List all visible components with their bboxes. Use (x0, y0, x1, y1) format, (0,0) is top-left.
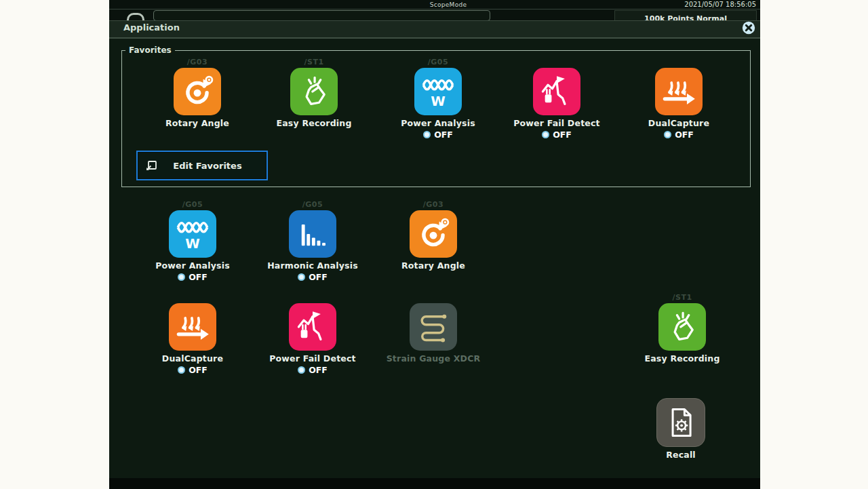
app-status: OFF (499, 130, 614, 140)
dualcapture-icon (169, 303, 216, 351)
option-tag (621, 58, 736, 67)
app-label: Power Fail Detect (499, 118, 614, 128)
status-text: OFF (553, 130, 572, 140)
app-tile-power-analysis[interactable]: /G05 W Power Analysis OFF (135, 200, 250, 282)
option-tag: /G05 (135, 200, 250, 210)
status-text: OFF (189, 272, 208, 282)
option-tag (376, 293, 491, 302)
status-text: OFF (675, 130, 694, 140)
recall-icon (656, 398, 705, 447)
app-tile-harmonic-analysis[interactable]: /G05 Harmonic Analysis OFF (255, 200, 370, 282)
app-tile-rotary-angle[interactable]: /G03 Rotary Angle (376, 200, 491, 271)
option-tag: /ST1 (256, 58, 372, 67)
option-tag: /ST1 (625, 293, 740, 302)
app-tile-easy-recording[interactable]: /ST1 Easy Recording (256, 58, 372, 128)
option-tag (499, 58, 614, 67)
status-dot-icon (178, 366, 185, 374)
svg-text:W: W (185, 236, 200, 252)
app-status: OFF (380, 130, 496, 140)
status-dot-icon (178, 273, 185, 281)
app-label: Power Fail Detect (255, 353, 370, 364)
app-label: DualCapture (135, 353, 250, 364)
svg-text:W: W (431, 94, 446, 109)
option-tag (135, 293, 250, 302)
app-label: DualCapture (621, 118, 736, 128)
app-tile-recall[interactable]: Recall (623, 388, 738, 460)
edit-favorites-icon (144, 159, 158, 172)
dialog-title: Application (123, 22, 180, 33)
dialog-titlebar (109, 20, 760, 37)
status-dot-icon (542, 131, 549, 138)
app-tile-dualcapture[interactable]: DualCapture OFF (621, 58, 736, 140)
dialog-bottom-edge (109, 478, 760, 489)
status-dot-icon (298, 366, 305, 374)
app-status: OFF (135, 272, 250, 282)
app-label: Power Analysis (380, 118, 496, 128)
status-text: OFF (434, 130, 453, 140)
app-label: Recall (623, 450, 738, 460)
app-label: Power Analysis (135, 260, 250, 271)
rotary-angle-icon (410, 210, 457, 258)
status-dot-icon (423, 131, 431, 138)
app-tile-rotary-angle[interactable]: /G03 Rotary Angle (140, 58, 255, 128)
app-tile-power-fail-detect[interactable]: Power Fail Detect OFF (499, 58, 614, 140)
status-dot-icon (298, 273, 305, 281)
status-text: OFF (189, 365, 208, 375)
app-tile-dualcapture[interactable]: DualCapture OFF (135, 293, 250, 375)
app-label: Strain Gauge XDCR (376, 353, 491, 364)
app-tile-strain-gauge-xdcr: Strain Gauge XDCR (376, 293, 491, 364)
datetime-label: 2021/05/07 18:56:05 (684, 1, 756, 8)
app-label: Easy Recording (625, 353, 740, 364)
close-icon[interactable] (742, 21, 755, 35)
option-tag: /G05 (380, 58, 496, 67)
power-analysis-icon: W (414, 68, 462, 115)
power-analysis-icon: W (169, 210, 216, 258)
option-tag: /G05 (255, 200, 370, 210)
easy-recording-icon (658, 303, 706, 351)
option-tag (255, 293, 370, 302)
app-status: OFF (135, 365, 250, 375)
status-text: OFF (309, 272, 328, 282)
edit-favorites-button[interactable]: Edit Favorites (136, 151, 268, 180)
easy-recording-icon (290, 68, 338, 115)
status-dot-icon (664, 131, 671, 138)
oscilloscope-screen: ScopeMode 2021/05/07 18:56:05 100k Point… (109, 0, 760, 489)
app-tile-power-fail-detect[interactable]: Power Fail Detect OFF (255, 293, 370, 375)
edit-favorites-label: Edit Favorites (158, 161, 257, 171)
app-tile-power-analysis[interactable]: /G05 W Power Analysis OFF (380, 58, 496, 140)
power-fail-detect-icon (533, 68, 580, 115)
app-tile-easy-recording[interactable]: /ST1 Easy Recording (625, 293, 740, 364)
rotary-angle-icon (174, 68, 221, 115)
app-status: OFF (255, 365, 370, 375)
harmonic-analysis-icon (289, 210, 336, 258)
power-fail-detect-icon (289, 303, 336, 351)
dualcapture-icon (655, 68, 703, 115)
app-label: Rotary Angle (140, 118, 255, 128)
option-tag (623, 388, 738, 397)
app-label: Rotary Angle (376, 260, 491, 271)
app-label: Harmonic Analysis (255, 260, 370, 271)
option-tag: /G03 (376, 200, 491, 210)
app-label: Easy Recording (256, 118, 372, 128)
app-status: OFF (255, 272, 370, 282)
strain-gauge-xdcr-icon (410, 303, 457, 351)
favorites-legend: Favorites (125, 45, 175, 55)
option-tag: /G03 (140, 58, 255, 67)
status-text: OFF (309, 365, 328, 375)
status-bar-divider (109, 9, 760, 9)
scope-mode-label: ScopeMode (401, 1, 496, 8)
partial-toolbar-field (153, 10, 490, 21)
app-status: OFF (621, 130, 736, 140)
page: ScopeMode 2021/05/07 18:56:05 100k Point… (0, 0, 868, 489)
